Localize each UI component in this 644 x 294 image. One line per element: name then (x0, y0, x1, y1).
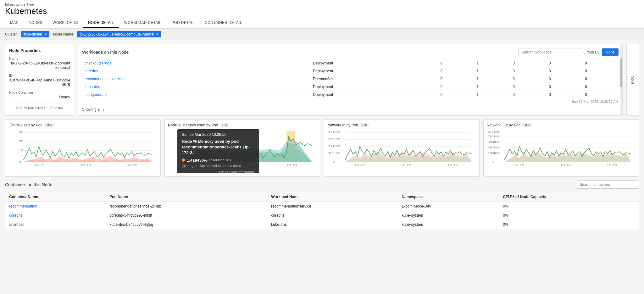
svg-text:10:25: 10:25 (127, 164, 138, 167)
node-name-filter-tag[interactable]: ip-172-20-35-124.us-east-2.compute.inter… (77, 31, 161, 37)
workload-link[interactable]: kube-dns (85, 85, 100, 89)
container-cpu-cell: 0% (499, 202, 639, 211)
node-name-filter-close[interactable]: × (156, 32, 158, 36)
workload-c4-cell: 0 (546, 59, 582, 67)
workloads-scrollbar[interactable] (620, 44, 622, 115)
workload-name-cell[interactable]: checkoutservice (82, 59, 310, 67)
group-by-none-button[interactable]: None (602, 48, 619, 56)
cluster-filter-close[interactable]: × (44, 32, 47, 36)
container-pod-cell: recommendationservice-2c4hz (106, 202, 267, 211)
workload-c3-cell: 0 (510, 59, 546, 67)
prop-id-label: ID (9, 74, 70, 77)
workload-name-cell[interactable]: recommendationservice (82, 75, 310, 83)
workload-c5-cell: 0 (582, 67, 619, 75)
container-name-cell[interactable]: coredns (5, 211, 106, 220)
tooltip-title: Node % Memory used by pod recommendation… (182, 139, 255, 156)
container-workload-cell: recommendationservice (267, 202, 398, 211)
nav-tab-workloads[interactable]: WORKLOADS (47, 18, 83, 28)
node-properties-timestamp: Sun 29 Mar 2020 10:28:12 AM (9, 106, 70, 110)
workload-type-cell: Deployment (310, 67, 438, 75)
workload-c3-cell: 0 (510, 83, 546, 91)
prop-id-row: ID f1d70d44-d140-4ac0-abd7-08c2204f9f76 (9, 74, 70, 87)
search-containers-input[interactable] (576, 180, 639, 189)
svg-text:781KiB: 781KiB (488, 135, 500, 138)
top-header: Infrastructure Type Kubernetes MAPNODESW… (0, 0, 644, 29)
node-properties-panel: Node Properties Name ip-172-20-35-124.us… (5, 44, 74, 116)
workload-c2-cell: 1 (474, 91, 510, 99)
group-by-label: Group By (584, 50, 600, 54)
container-name-link[interactable]: dnsmasq (9, 222, 25, 227)
container-cpu-cell: 0% (499, 211, 639, 220)
svg-text:391KiB: 391KiB (488, 146, 500, 149)
svg-text:586KiB: 586KiB (488, 141, 500, 143)
workload-type-cell: DaemonSet (310, 75, 438, 83)
workload-c3-cell: 0 (510, 91, 546, 99)
cpu-chart-area[interactable]: 30 20 10 0 10:15 10:20 10:25 (8, 129, 157, 173)
workload-c2-cell: 1 (474, 75, 510, 83)
table-row: checkoutservice Deployment 0 1 0 0 0 (82, 59, 619, 67)
nav-tab-workload_detail[interactable]: WORKLOAD DETAIL (119, 18, 166, 28)
network-out-chart-area[interactable]: 977KiB 781KiB 586KiB 391KiB 195KiB 0 10:… (487, 129, 636, 173)
workloads-controls: Group By None (518, 48, 619, 56)
nav-tab-map[interactable]: MAP (5, 18, 24, 28)
workload-c1-cell: 0 (438, 75, 474, 83)
memory-chart-title-row: Node % Memory used by Pod 10s (168, 123, 317, 127)
nav-tab-node_detail[interactable]: NODE DETAIL (83, 18, 119, 28)
tooltip-resolution: resolution 10s (209, 158, 231, 162)
svg-text:195KiB: 195KiB (488, 152, 500, 154)
workload-c3-cell: 0 (510, 75, 546, 83)
svg-text:195KiB: 195KiB (328, 152, 340, 154)
containers-section: Containers on this Node Container Name P… (0, 180, 644, 234)
container-namespace-cell: E-commerce-Dev (398, 202, 499, 211)
container-name-link[interactable]: recommendation (9, 204, 37, 208)
workloads-showing-count: Showing all 7 (82, 107, 619, 112)
main-content: Node Properties Name ip-172-20-35-124.us… (0, 40, 644, 119)
prop-condition-row: Node Condition Ready (9, 91, 70, 99)
col-workload-name: Workload Name (267, 192, 398, 202)
search-workloads-input[interactable] (518, 48, 581, 56)
workload-link[interactable]: checkoutservice (85, 61, 112, 65)
container-row: coredns coredns-54ffc8b995-mfsft coredns… (5, 211, 639, 220)
workloads-title: Workloads on this Node (82, 50, 129, 55)
workload-c5-cell: 0 (582, 75, 619, 83)
tooltip-value: 1.419430% (187, 158, 208, 163)
network-in-chart-area[interactable]: 781KiB 586KiB 391KiB 195KiB 0 10:15 10:2… (327, 129, 476, 173)
workload-name-cell[interactable]: loadgenerator (82, 91, 310, 99)
network-in-chart-card: Network In by Pod 10s 781KiB 586KiB 391K… (324, 119, 480, 177)
nav-tab-container_detail[interactable]: CONTAINER DETAIL (200, 18, 247, 28)
network-in-chart-title: Network In by Pod (327, 123, 358, 127)
containers-title: Containers on this Node (5, 182, 52, 187)
container-name-cell[interactable]: recommendation (5, 202, 106, 211)
network-out-chart-title: Network Out by Pod (487, 123, 520, 127)
containers-header: Containers on this Node (5, 180, 639, 189)
nav-tab-nodes[interactable]: NODES (24, 18, 47, 28)
nav-tab-pod_detail[interactable]: POD DETAIL (166, 18, 199, 28)
workload-name-cell[interactable]: coredns (82, 67, 310, 75)
node-properties-title: Node Properties (9, 48, 70, 53)
workload-link[interactable]: loadgenerator (85, 92, 108, 97)
cluster-filter-tag[interactable]: aws-cluster × (21, 31, 49, 37)
svg-text:0: 0 (19, 160, 21, 164)
tooltip-value-row: 1.419430% resolution 10s (182, 158, 255, 163)
workload-c4-cell: 0 (546, 67, 582, 75)
cluster-filter-label: Cluster (5, 32, 17, 36)
workload-name-cell[interactable]: kube-dns (82, 83, 310, 91)
svg-text:10: 10 (19, 148, 24, 152)
svg-text:30: 30 (19, 130, 24, 134)
svg-text:20: 20 (19, 139, 24, 143)
workload-c1-cell: 0 (438, 83, 474, 91)
memory-chart-area[interactable]: 10:15 10:20 10:25 Sun 29 Mar 2020 10:26:… (168, 129, 317, 173)
workload-c2-cell: 1 (474, 59, 510, 67)
node-side-label: Node (630, 75, 635, 85)
tooltip-click-hint: Click in chart for details (182, 170, 255, 173)
network-in-chart-title-row: Network In by Pod 10s (327, 123, 476, 127)
workload-type-cell: Deployment (310, 83, 438, 91)
table-row: kube-dns Deployment 0 1 0 0 0 (82, 83, 619, 91)
container-name-link[interactable]: coredns (9, 213, 23, 218)
workload-link[interactable]: coredns (85, 69, 98, 73)
memory-chart-card: Node % Memory used by Pod 10s 10:15 10:2… (164, 119, 320, 177)
workload-c5-cell: 0 (582, 83, 619, 91)
workload-link[interactable]: recommendationservice (85, 77, 125, 81)
container-name-cell[interactable]: dnsmasq (5, 220, 106, 229)
col-pod-name: Pod Name (106, 192, 267, 202)
